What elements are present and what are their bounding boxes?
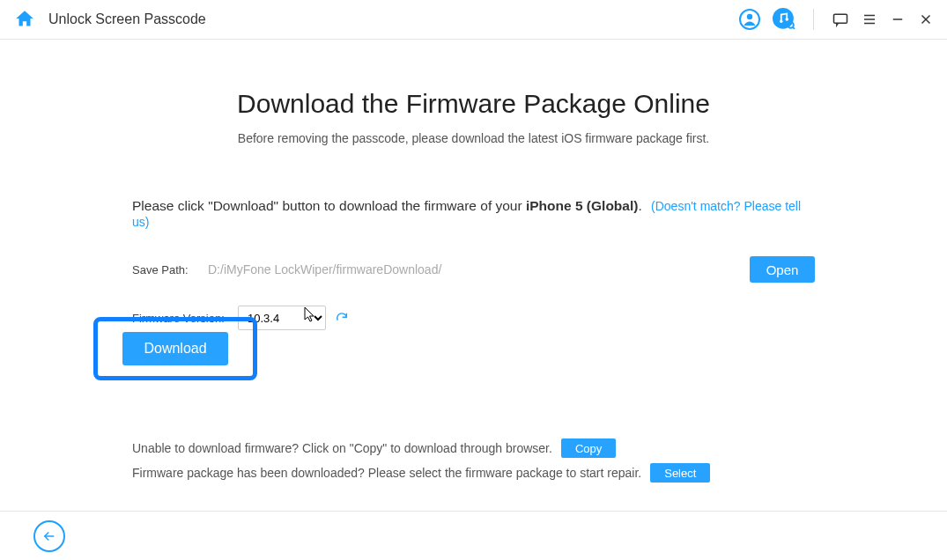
minimize-button[interactable] — [890, 11, 906, 27]
titlebar: Unlock Screen Passcode — [0, 0, 947, 40]
svg-line-6 — [793, 27, 795, 29]
save-path-row: Save Path: D:/iMyFone LockWiper/firmware… — [132, 256, 815, 283]
instruction-line: Please click "Download" button to downlo… — [132, 198, 815, 230]
footer — [0, 511, 947, 560]
save-path-value: D:/iMyFone LockWiper/firmwareDownload/ — [208, 262, 736, 276]
svg-point-4 — [786, 18, 788, 20]
account-icon[interactable] — [739, 9, 760, 30]
download-highlight: Download — [93, 317, 257, 380]
home-icon[interactable] — [13, 8, 36, 31]
copy-button[interactable]: Copy — [561, 438, 616, 458]
save-path-label: Save Path: — [132, 263, 194, 276]
back-button[interactable] — [33, 520, 65, 552]
help-block: Unable to download firmware? Click on "C… — [132, 438, 710, 488]
menu-icon[interactable] — [862, 11, 877, 27]
download-button[interactable]: Download — [122, 332, 228, 365]
heading: Download the Firmware Package Online — [0, 89, 947, 119]
close-button[interactable] — [918, 11, 934, 27]
svg-point-3 — [780, 19, 782, 22]
instruction-prefix: Please click "Download" button to downlo… — [132, 198, 526, 213]
open-button[interactable]: Open — [750, 256, 815, 283]
titlebar-actions — [739, 8, 934, 31]
select-button[interactable]: Select — [650, 463, 710, 483]
device-name: iPhone 5 (Global) — [526, 198, 638, 213]
feedback-icon[interactable] — [832, 11, 849, 28]
select-row: Firmware package has been downloaded? Pl… — [132, 463, 710, 483]
copy-help-text: Unable to download firmware? Click on "C… — [132, 441, 552, 455]
main-content: Download the Firmware Package Online Bef… — [0, 40, 947, 330]
instruction-suffix: . — [638, 198, 641, 213]
svg-rect-7 — [834, 14, 847, 23]
svg-point-2 — [773, 8, 794, 29]
separator — [813, 9, 814, 30]
page-title: Unlock Screen Passcode — [48, 11, 739, 27]
svg-point-1 — [747, 14, 752, 19]
select-help-text: Firmware package has been downloaded? Pl… — [132, 466, 641, 480]
music-search-icon[interactable] — [773, 8, 795, 31]
refresh-icon[interactable] — [335, 311, 349, 325]
copy-row: Unable to download firmware? Click on "C… — [132, 438, 710, 458]
subheading: Before removing the passcode, please dow… — [0, 131, 947, 145]
